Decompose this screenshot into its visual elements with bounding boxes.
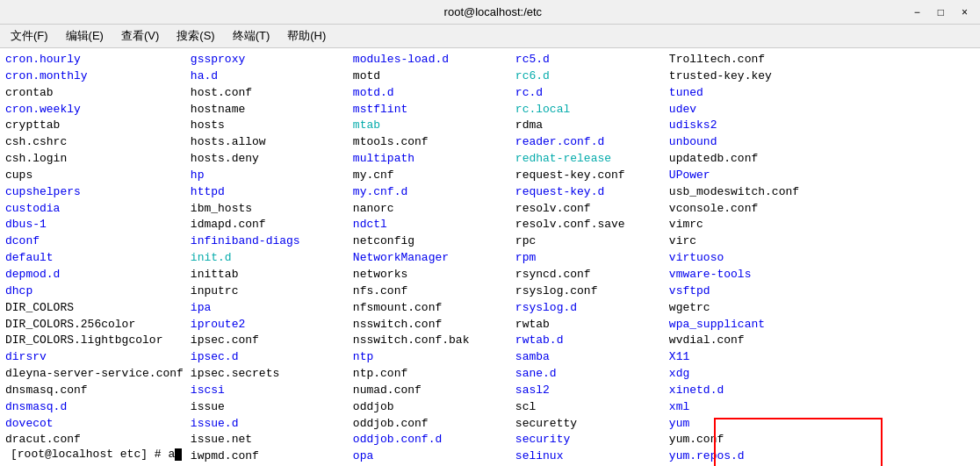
window-title: root@localhost:/etc — [77, 5, 909, 18]
title-bar: root@localhost:/etc − □ × — [0, 0, 980, 25]
prompt-line[interactable]: [root@localhost etc] # a — [5, 446, 187, 462]
file-entry: yum — [669, 416, 847, 433]
file-entry: cron.weekly — [5, 102, 184, 118]
file-entry: nfsmount.conf — [353, 300, 508, 317]
file-entry: securetty — [515, 416, 662, 433]
file-entry: custodia — [5, 201, 184, 218]
file-entry: udisks2 — [669, 118, 847, 134]
menu-item[interactable]: 查看(V) — [114, 26, 166, 46]
file-entry: updatedb.conf — [669, 151, 847, 168]
file-entry: DIR_COLORS.256color — [5, 317, 184, 333]
file-entry: rc5.d — [515, 52, 662, 68]
menu-item[interactable]: 帮助(H) — [280, 26, 333, 46]
file-entry: default — [5, 250, 184, 267]
file-entry: rwtab.d — [515, 333, 662, 349]
file-entry: cups — [5, 168, 184, 184]
file-entry: ha.d — [191, 68, 346, 85]
file-entry: nsswitch.conf.bak — [353, 333, 508, 349]
file-entry: virc — [669, 233, 847, 250]
file-entry: reader.conf.d — [515, 134, 662, 151]
file-entry: multipath — [353, 151, 508, 168]
file-entry: hosts — [191, 118, 346, 134]
menu-item[interactable]: 文件(F) — [4, 26, 55, 46]
file-entry: selinux — [515, 448, 662, 465]
file-grid: cron.hourlycron.monthlycrontabcron.weekl… — [5, 52, 975, 462]
file-entry: my.cnf — [353, 168, 508, 184]
file-entry: dleyna-server-service.conf — [5, 366, 184, 383]
file-entry: csh.login — [5, 151, 184, 168]
file-entry: my.cnf.d — [353, 184, 508, 201]
close-button[interactable]: × — [956, 6, 973, 18]
minimize-button[interactable]: − — [909, 6, 926, 18]
file-entry: csh.cshrc — [5, 134, 184, 151]
file-entry: issue.net — [191, 432, 346, 448]
menu-item[interactable]: 搜索(S) — [169, 26, 221, 46]
menu-item[interactable]: 终端(T) — [226, 26, 277, 46]
file-entry: oddjob.conf.d — [353, 432, 508, 448]
menu-item[interactable]: 编辑(E) — [59, 26, 111, 46]
file-entry: yum.repos.d — [669, 448, 847, 465]
file-entry: request-key.conf — [515, 168, 662, 184]
file-entry: rc6.d — [515, 68, 662, 85]
file-entry: hosts.allow — [191, 134, 346, 151]
file-entry: vconsole.conf — [669, 201, 847, 218]
file-entry: scl — [515, 399, 662, 416]
file-entry: dconf — [5, 233, 184, 250]
file-entry: oddjob.conf — [353, 416, 508, 433]
file-entry: numad.conf — [353, 383, 508, 399]
file-entry: netconfig — [353, 233, 508, 250]
file-entry: init.d — [191, 250, 346, 267]
file-entry: rsyslog.conf — [515, 283, 662, 300]
file-entry: trusted-key.key — [669, 68, 847, 85]
file-entry: cron.hourly — [5, 52, 184, 68]
file-entry: oddjob — [353, 399, 508, 416]
file-entry: rsyslog.d — [515, 300, 662, 317]
file-entry: ipsec.conf — [191, 333, 346, 349]
file-entry: dhcp — [5, 283, 184, 300]
file-entry: vimrc — [669, 217, 847, 233]
file-entry: rwtab — [515, 317, 662, 333]
file-entry: DIR_COLORS.lightbgcolor — [5, 333, 184, 349]
file-entry: iscsi — [191, 383, 346, 399]
file-entry: yum.conf — [669, 432, 847, 448]
column-4: Trolltech.conftrusted-key.keytunedudevud… — [669, 52, 854, 462]
file-entry: dirsrv — [5, 349, 184, 366]
file-entry: xml — [669, 399, 847, 416]
file-entry: resolv.conf — [515, 201, 662, 218]
column-0: cron.hourlycron.monthlycrontabcron.weekl… — [5, 52, 191, 462]
file-entry: rsyncd.conf — [515, 267, 662, 283]
file-entry: issue.d — [191, 416, 346, 433]
file-entry: ndctl — [353, 217, 508, 233]
file-entry: UPower — [669, 168, 847, 184]
file-entry: security — [515, 432, 662, 448]
file-entry: udev — [669, 102, 847, 118]
file-entry: Trolltech.conf — [669, 52, 847, 68]
file-entry: NetworkManager — [353, 250, 508, 267]
file-entry: iwpmd.conf — [191, 448, 346, 465]
file-entry: ipsec.d — [191, 349, 346, 366]
menu-bar: 文件(F)编辑(E)查看(V)搜索(S)终端(T)帮助(H) — [0, 25, 980, 48]
maximize-button[interactable]: □ — [933, 6, 949, 18]
file-entry: vmware-tools — [669, 267, 847, 283]
file-entry: hosts.deny — [191, 151, 346, 168]
file-entry: opa — [353, 448, 508, 465]
file-entry: crypttab — [5, 118, 184, 134]
column-2: modules-load.dmotdmotd.dmstflintmtabmtoo… — [353, 52, 515, 462]
file-entry: ntp — [353, 349, 508, 366]
file-entry: ipsec.secrets — [191, 366, 346, 383]
file-entry: gssproxy — [191, 52, 346, 68]
file-entry: networks — [353, 267, 508, 283]
file-entry: hostname — [191, 102, 346, 118]
file-entry: nsswitch.conf — [353, 317, 508, 333]
window-controls[interactable]: − □ × — [909, 6, 973, 18]
file-entry: dbus-1 — [5, 217, 184, 233]
file-entry: ibm_hosts — [191, 201, 346, 218]
file-entry: resolv.conf.save — [515, 217, 662, 233]
file-entry: mstflint — [353, 102, 508, 118]
file-entry: xdg — [669, 366, 847, 383]
file-entry: iproute2 — [191, 317, 346, 333]
file-entry: usb_modeswitch.conf — [669, 184, 847, 201]
file-entry: idmapd.conf — [191, 217, 346, 233]
file-entry: ipa — [191, 300, 346, 317]
file-entry: cron.monthly — [5, 68, 184, 85]
